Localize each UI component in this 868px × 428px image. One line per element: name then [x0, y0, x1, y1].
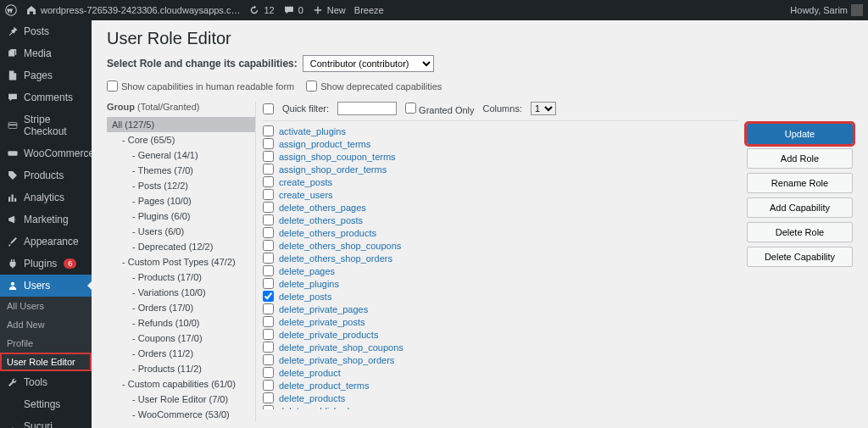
menu-sucuri[interactable]: Sucuri Security [0, 415, 92, 428]
capability-checkbox[interactable] [263, 329, 274, 340]
group-row[interactable]: - User Role Editor (7/0) [107, 392, 255, 407]
capability-checkbox[interactable] [263, 380, 274, 391]
capability-checkbox[interactable] [263, 202, 274, 213]
group-row[interactable]: - Coupons (17/0) [107, 331, 255, 346]
capability-checkbox[interactable] [263, 253, 274, 264]
add-capability-button[interactable]: Add Capability [747, 197, 853, 218]
capability-label[interactable]: assign_shop_order_terms [279, 164, 387, 175]
updates[interactable]: 12 [248, 4, 274, 16]
submenu-profile[interactable]: Profile [0, 334, 92, 353]
capability-label[interactable]: delete_others_shop_orders [279, 253, 392, 264]
capability-label[interactable]: delete_products [279, 393, 345, 403]
capability-label[interactable]: delete_private_shop_coupons [279, 342, 403, 353]
wp-logo[interactable] [5, 4, 17, 16]
capability-label[interactable]: create_users [279, 190, 333, 200]
capability-checkbox[interactable] [263, 367, 274, 378]
granted-only-checkbox[interactable] [405, 103, 416, 114]
capability-label[interactable]: activate_plugins [279, 126, 346, 136]
group-row[interactable]: - Orders (11/2) [107, 346, 255, 361]
group-row[interactable]: - Refunds (10/0) [107, 315, 255, 331]
capability-label[interactable]: delete_pages [279, 266, 335, 276]
capability-checkbox[interactable] [263, 265, 274, 276]
capability-checkbox[interactable] [263, 164, 274, 175]
submenu-add-new[interactable]: Add New [0, 315, 92, 334]
submenu-all-users[interactable]: All Users [0, 297, 92, 315]
group-row[interactable]: - WooCommerce (53/0) [107, 407, 255, 422]
capability-checkbox[interactable] [263, 278, 274, 289]
capability-checkbox[interactable] [263, 176, 274, 187]
group-row[interactable]: - Posts (12/2) [107, 178, 255, 193]
capability-label[interactable]: delete_others_products [279, 228, 376, 238]
group-row[interactable]: - General (14/1) [107, 147, 255, 163]
menu-plugins[interactable]: Plugins6 [0, 253, 92, 275]
granted-only-option[interactable]: Granted Only [405, 103, 474, 115]
new-content[interactable]: New [312, 4, 346, 16]
menu-users[interactable]: Users [0, 275, 92, 297]
capability-checkbox[interactable] [263, 189, 274, 200]
capability-label[interactable]: create_posts [279, 177, 332, 187]
menu-analytics[interactable]: Analytics [0, 186, 92, 208]
deprecated-checkbox[interactable] [306, 81, 317, 92]
capability-label[interactable]: delete_private_posts [279, 317, 365, 327]
capability-label[interactable]: delete_posts [279, 292, 331, 302]
capability-label[interactable]: delete_product [279, 368, 341, 378]
group-row[interactable]: - Products (11/2) [107, 361, 255, 376]
menu-stripe[interactable]: Stripe Checkout [0, 108, 92, 142]
capabilities-list[interactable]: activate_pluginsassign_product_termsassi… [263, 121, 738, 409]
delete-role-button[interactable]: Delete Role [747, 222, 853, 242]
group-row[interactable]: - Custom Post Types (47/2) [107, 254, 255, 270]
rename-role-button[interactable]: Rename Role [747, 173, 853, 193]
menu-posts[interactable]: Posts [0, 20, 92, 42]
capability-label[interactable]: delete_private_pages [279, 304, 368, 314]
capability-checkbox[interactable] [263, 303, 274, 314]
add-role-button[interactable]: Add Role [747, 148, 853, 169]
capability-checkbox[interactable] [263, 214, 274, 225]
human-readable-checkbox[interactable] [107, 81, 118, 92]
submenu-user-role-editor[interactable]: User Role Editor [0, 353, 92, 371]
capability-label[interactable]: delete_product_terms [279, 381, 369, 391]
capability-label[interactable]: delete_plugins [279, 279, 339, 289]
group-row[interactable]: - Pages (10/0) [107, 193, 255, 208]
menu-tools[interactable]: Tools [0, 371, 92, 393]
columns-select[interactable]: 1 [531, 102, 556, 115]
group-row[interactable]: - Deprecated (12/2) [107, 239, 255, 254]
capability-checkbox[interactable] [263, 138, 274, 149]
menu-marketing[interactable]: Marketing [0, 208, 92, 231]
capability-label[interactable]: delete_others_posts [279, 215, 363, 225]
capability-checkbox[interactable] [263, 354, 274, 365]
capability-checkbox[interactable] [263, 125, 274, 136]
comments-bubble[interactable]: 0 [283, 4, 303, 16]
group-row[interactable]: All (127/5) [107, 117, 255, 132]
capability-label[interactable]: delete_others_shop_coupons [279, 241, 401, 251]
capability-label[interactable]: delete_others_pages [279, 203, 366, 213]
menu-appearance[interactable]: Appearance [0, 231, 92, 253]
group-row[interactable]: - Themes (7/0) [107, 163, 255, 178]
group-row[interactable]: - Variations (10/0) [107, 285, 255, 300]
delete-capability-button[interactable]: Delete Capability [747, 247, 853, 267]
capability-label[interactable]: assign_product_terms [279, 139, 370, 149]
update-button[interactable]: Update [747, 124, 853, 144]
group-row[interactable]: - Products (17/0) [107, 270, 255, 285]
group-row[interactable]: - Custom capabilities (61/0) [107, 376, 255, 392]
capability-checkbox[interactable] [263, 291, 274, 302]
group-row[interactable]: - Core (65/5) [107, 132, 255, 147]
menu-pages[interactable]: Pages [0, 64, 92, 86]
human-readable-option[interactable]: Show capabilities in human readable form [107, 81, 294, 92]
menu-comments[interactable]: Comments [0, 86, 92, 108]
capability-checkbox[interactable] [263, 316, 274, 327]
capability-checkbox[interactable] [263, 342, 274, 353]
capability-checkbox[interactable] [263, 151, 274, 162]
select-all-caps-checkbox[interactable] [263, 103, 274, 114]
capability-checkbox[interactable] [263, 392, 274, 403]
capability-checkbox[interactable] [263, 405, 274, 409]
capability-checkbox[interactable] [263, 227, 274, 238]
quick-filter-input[interactable] [337, 102, 397, 115]
capability-label[interactable]: delete_private_shop_orders [279, 355, 394, 365]
menu-woocommerce[interactable]: WooCommerce [0, 142, 92, 164]
howdy[interactable]: Howdy, Sarim [790, 4, 863, 16]
breeze-link[interactable]: Breeze [354, 5, 384, 15]
group-row[interactable]: - Users (6/0) [107, 224, 255, 239]
deprecated-option[interactable]: Show deprecated capabilities [306, 81, 442, 92]
site-name[interactable]: wordpress-726539-2423306.cloudwaysapps.c… [25, 4, 240, 16]
capability-checkbox[interactable] [263, 240, 274, 251]
